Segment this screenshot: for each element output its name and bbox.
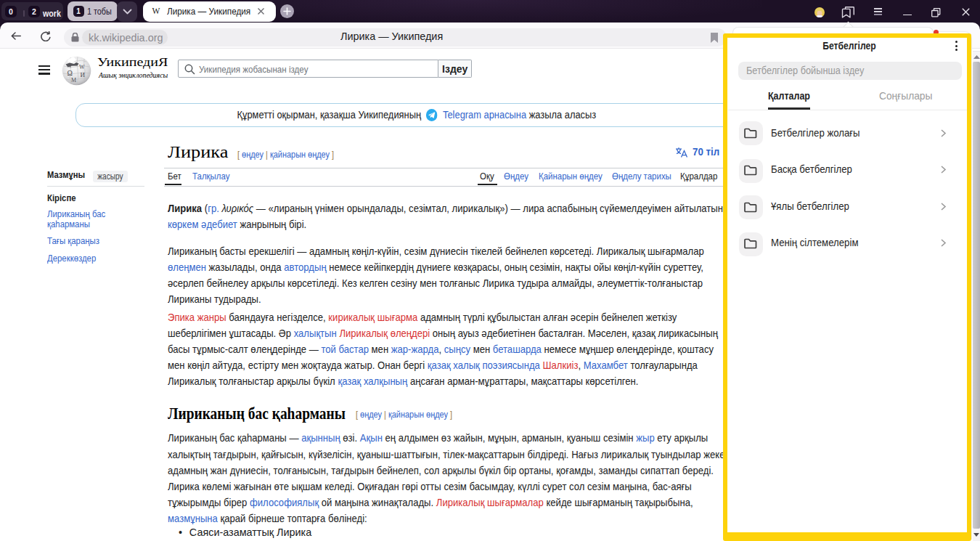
svg-text:М: М (71, 77, 76, 84)
svg-text:И: И (81, 71, 86, 78)
svg-text:W: W (79, 64, 85, 70)
svg-text:Ω: Ω (68, 69, 73, 77)
